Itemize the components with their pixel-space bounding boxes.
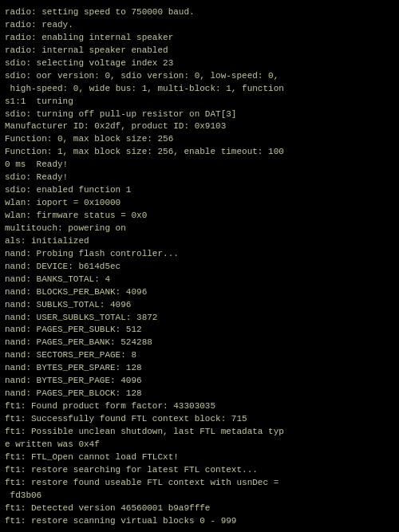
terminal-line: 0 ms Ready! bbox=[5, 159, 394, 171]
terminal-line: nand: BANKS_TOTAL: 4 bbox=[5, 274, 394, 286]
terminal-line: ft1: Successfully found FTL context bloc… bbox=[5, 413, 394, 426]
terminal-line: ft1: Detected version 46560001 b9a9fffe bbox=[5, 502, 394, 515]
terminal-line: nand: PAGES_PER_SUBLK: 512 bbox=[5, 324, 394, 337]
terminal-line: sdio: oor version: 0, sdio version: 0, l… bbox=[5, 70, 394, 83]
terminal-line: radio: internal speaker enabled bbox=[5, 45, 394, 57]
terminal-line: radio: setting speed to 750000 baud. bbox=[5, 6, 394, 19]
terminal-line: Function: 1, max block size: 256, enable… bbox=[5, 146, 394, 159]
terminal-line: ft1: restore searching for latest FTL co… bbox=[5, 464, 394, 477]
terminal-line: s1:1 turning bbox=[5, 96, 394, 108]
terminal-line: sdio: enabled function 1 bbox=[5, 184, 394, 197]
terminal-line: Function: 0, max block size: 256 bbox=[5, 133, 394, 146]
terminal-line: nand: BYTES_PER_SPARE: 128 bbox=[5, 362, 394, 375]
terminal-line: nand: Probing flash controller... bbox=[5, 248, 394, 261]
terminal-line: nand: SUBLKS_TOTAL: 4096 bbox=[5, 299, 394, 312]
terminal-line: radio: enabling internal speaker bbox=[5, 32, 394, 45]
terminal-line: ft1: restore found useable FTL context w… bbox=[5, 477, 394, 490]
terminal-line: ft1: Possible unclean shutdown, last FTL… bbox=[5, 426, 394, 439]
terminal-line: nand: SECTORS_PER_PAGE: 8 bbox=[5, 349, 394, 362]
terminal-line: nand: PAGES_PER_BANK: 524288 bbox=[5, 337, 394, 349]
terminal-line: Manufacturer ID: 0x2df, product ID: 0x91… bbox=[5, 120, 394, 133]
terminal-line: ft1: Found product form factor: 43303035 bbox=[5, 400, 394, 413]
terminal-line: sdio: Ready! bbox=[5, 171, 394, 184]
terminal-line: e written was 0x4f bbox=[5, 439, 394, 451]
terminal-line: nand: USER_SUBLKS_TOTAL: 3872 bbox=[5, 312, 394, 325]
terminal-line: radio: ready. bbox=[5, 19, 394, 32]
terminal-line: wlan: ioport = 0x10000 bbox=[5, 197, 394, 210]
terminal-line: nand: BLOCKS_PER_BANK: 4096 bbox=[5, 286, 394, 299]
terminal-line: nand: DEVICE: b614d5ec bbox=[5, 261, 394, 274]
terminal-line: high-speed: 0, wide bus: 1, multi-block:… bbox=[5, 83, 394, 96]
terminal-line: wlan: firmware status = 0x0 bbox=[5, 210, 394, 223]
terminal-line: sdio: selecting voltage index 23 bbox=[5, 57, 394, 70]
terminal-line: sdio: turning off pull-up resistor on DA… bbox=[5, 108, 394, 121]
terminal-line: fd3b06 bbox=[5, 490, 394, 502]
terminal-line: multitouch: powering on bbox=[5, 223, 394, 235]
terminal-line: nand: PAGES_PER_BLOCK: 128 bbox=[5, 388, 394, 400]
terminal-line: ft1: FTL_Open cannot load FTLCxt! bbox=[5, 451, 394, 464]
terminal-output: radio: setting speed to 750000 baud.radi… bbox=[5, 6, 394, 526]
terminal-line: nand: BYTES_PER_PAGE: 4096 bbox=[5, 375, 394, 388]
terminal-line: als: initialized bbox=[5, 235, 394, 248]
terminal-line: ft1: restore scanning virtual blocks 0 -… bbox=[5, 515, 394, 526]
